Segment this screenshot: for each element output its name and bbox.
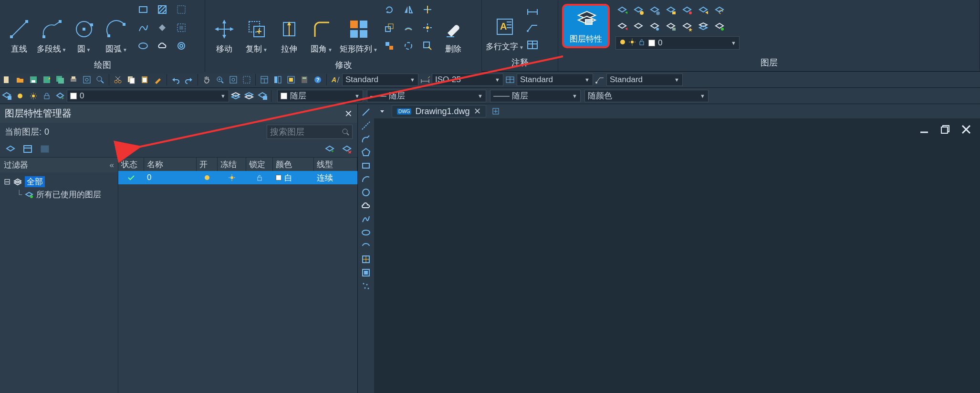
offset-icon[interactable] bbox=[402, 21, 415, 34]
th-lock[interactable]: 锁定 bbox=[246, 158, 273, 171]
tool-line[interactable]: 直线 bbox=[4, 3, 34, 54]
tool-layer-props[interactable]: 图层特性 bbox=[566, 8, 606, 44]
tab-close-icon[interactable]: ✕ bbox=[474, 106, 481, 117]
new-tab-button[interactable] bbox=[490, 106, 501, 117]
delete-layer-btn[interactable] bbox=[341, 143, 353, 155]
tool-circle[interactable]: 圆▼ bbox=[69, 3, 99, 54]
new-group-icon[interactable] bbox=[39, 143, 51, 155]
ellipse-icon[interactable] bbox=[136, 39, 150, 53]
layers-props2-icon[interactable] bbox=[256, 90, 269, 102]
new-layer-icon[interactable] bbox=[4, 143, 17, 155]
layer-match-icon[interactable] bbox=[697, 4, 710, 17]
restore-icon[interactable] bbox=[937, 121, 953, 138]
layers-stack-icon[interactable] bbox=[229, 90, 242, 102]
tool-array[interactable]: 矩形阵列▼ bbox=[339, 3, 379, 54]
mleaderstyle-combo[interactable]: Standard▼ bbox=[606, 74, 683, 86]
zoom-win-icon[interactable] bbox=[227, 74, 240, 86]
leader-icon[interactable] bbox=[526, 21, 539, 34]
undo-icon[interactable] bbox=[169, 74, 182, 86]
matchprop-icon[interactable] bbox=[152, 74, 164, 86]
saveas-icon[interactable] bbox=[41, 74, 53, 86]
bulb-icon-2[interactable] bbox=[14, 90, 26, 102]
vt-cloud-icon[interactable] bbox=[360, 200, 372, 212]
textstyle-combo[interactable]: Standard▼ bbox=[342, 74, 418, 86]
tool-stretch[interactable]: 拉伸 bbox=[274, 3, 304, 54]
new-layer-btn[interactable]: + bbox=[323, 143, 336, 155]
saveall-icon[interactable] bbox=[54, 74, 66, 86]
tool-polyline[interactable]: 多段线▼ bbox=[36, 3, 67, 54]
layer-states-icon[interactable] bbox=[21, 143, 34, 155]
dimstyle-combo[interactable]: ISO-25▼ bbox=[432, 74, 503, 86]
layer-iso-icon[interactable] bbox=[632, 4, 645, 17]
dimstyle-icon[interactable] bbox=[419, 74, 431, 86]
layer-off-icon[interactable] bbox=[615, 4, 629, 17]
cell-color[interactable]: 白 bbox=[273, 171, 314, 184]
break-icon[interactable] bbox=[402, 39, 415, 53]
vt-xline-icon[interactable] bbox=[360, 119, 372, 132]
vt-polygon-icon[interactable] bbox=[360, 146, 372, 159]
layer-lock-icon[interactable] bbox=[664, 4, 678, 17]
zoom-rt-icon[interactable] bbox=[214, 74, 226, 86]
spline-icon[interactable] bbox=[136, 21, 150, 34]
new-icon[interactable] bbox=[0, 74, 13, 86]
design-center-icon[interactable] bbox=[285, 74, 297, 86]
vt-insert-icon[interactable] bbox=[360, 253, 372, 266]
solid-icon[interactable] bbox=[156, 21, 169, 34]
boundary-icon[interactable] bbox=[175, 3, 188, 16]
paste-icon[interactable] bbox=[138, 74, 151, 86]
props-palette-icon[interactable] bbox=[258, 74, 271, 86]
th-status[interactable]: 状态 bbox=[118, 158, 144, 171]
vt-circle-icon[interactable] bbox=[360, 186, 372, 199]
cloud-icon[interactable] bbox=[156, 39, 169, 53]
help-icon[interactable]: ? bbox=[312, 74, 324, 86]
lineweight-combo[interactable]: —— 随层 ▼ bbox=[490, 90, 581, 102]
tool-move[interactable]: 移动 bbox=[209, 3, 240, 54]
mleaderstyle-icon[interactable] bbox=[594, 74, 606, 86]
tree-item-used[interactable]: └ 所有已使用的图层 bbox=[15, 188, 115, 201]
th-name[interactable]: 名称 bbox=[144, 158, 197, 171]
minimize-icon[interactable] bbox=[916, 121, 932, 138]
mirror-icon[interactable] bbox=[402, 3, 415, 16]
donut-icon[interactable] bbox=[175, 39, 188, 53]
vt-arc-icon[interactable] bbox=[360, 173, 372, 185]
hatch-icon[interactable] bbox=[156, 3, 169, 16]
vt-ellarc-icon[interactable] bbox=[360, 240, 372, 252]
tool-mtext[interactable]: A 多行文字▼ bbox=[486, 3, 524, 52]
vt-block-icon[interactable] bbox=[360, 266, 372, 279]
cell-on[interactable] bbox=[197, 171, 218, 184]
collapse-icon[interactable]: « bbox=[110, 160, 114, 170]
sun-icon-2[interactable] bbox=[27, 90, 40, 102]
tool-arc[interactable]: 圆弧▼ bbox=[101, 3, 132, 54]
vt-line-icon[interactable] bbox=[360, 106, 372, 118]
dim-linear-icon[interactable] bbox=[526, 4, 539, 17]
align-icon[interactable] bbox=[383, 39, 396, 53]
layer-mk-icon[interactable] bbox=[680, 4, 694, 17]
cut-icon[interactable] bbox=[112, 74, 124, 86]
table-icon[interactable] bbox=[526, 38, 539, 52]
pan-icon[interactable] bbox=[200, 74, 213, 86]
close-window-icon[interactable] bbox=[958, 121, 974, 138]
layer-add-icon[interactable]: + bbox=[54, 90, 66, 102]
tool-palette-icon[interactable] bbox=[271, 74, 284, 86]
layer-thaw-icon[interactable] bbox=[648, 20, 661, 33]
save-icon[interactable] bbox=[27, 74, 40, 86]
tablestyle-combo[interactable]: Standard▼ bbox=[517, 74, 593, 86]
th-linetype[interactable]: 线型 bbox=[314, 158, 357, 171]
layers-stack2-icon[interactable] bbox=[243, 90, 255, 102]
vt-point-icon[interactable] bbox=[360, 280, 372, 292]
th-on[interactable]: 开 bbox=[197, 158, 218, 171]
plotstyle-combo[interactable]: 随颜色 ▼ bbox=[584, 90, 709, 102]
layer-search[interactable]: 搜索图层 bbox=[267, 125, 353, 139]
scale-icon[interactable] bbox=[383, 21, 396, 34]
cell-linetype[interactable]: 连续 bbox=[314, 171, 357, 184]
layer-state-icon[interactable] bbox=[713, 20, 726, 33]
print-icon[interactable] bbox=[67, 74, 80, 86]
layer-uniso-icon[interactable] bbox=[632, 20, 645, 33]
vt-ellipse-icon[interactable] bbox=[360, 226, 372, 239]
layer-prev-icon[interactable] bbox=[713, 4, 726, 17]
tab-menu-icon[interactable] bbox=[376, 105, 388, 117]
document-tab[interactable]: DWG Drawing1.dwg ✕ bbox=[392, 105, 486, 117]
textstyle-icon[interactable]: A bbox=[329, 74, 342, 86]
zoom-ext-icon[interactable] bbox=[240, 74, 253, 86]
th-color[interactable]: 颜色 bbox=[273, 158, 314, 171]
